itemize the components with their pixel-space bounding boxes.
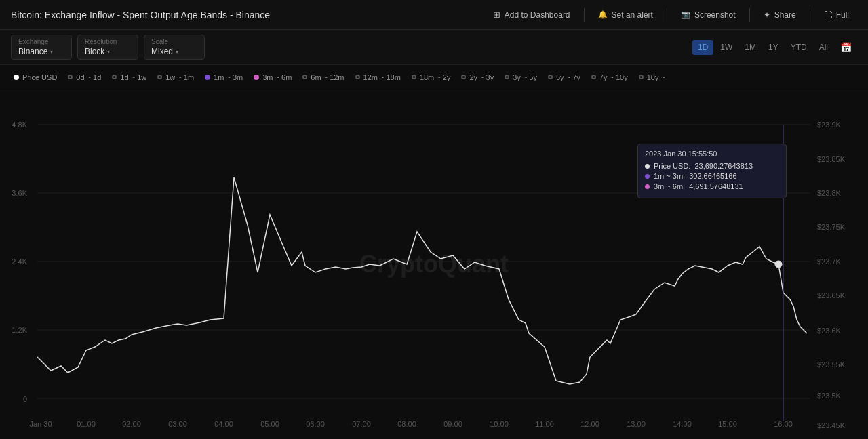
legend-item-1w-1m[interactable]: 1w ~ 1m (157, 73, 194, 81)
legend-label-1m-3m: 1m ~ 3m (214, 73, 243, 81)
full-label: Full (836, 10, 849, 20)
svg-text:2.4K: 2.4K (12, 257, 27, 266)
legend-dot-3y-5y (505, 75, 509, 79)
svg-text:Jan 30: Jan 30 (29, 420, 52, 428)
svg-text:15:00: 15:00 (718, 420, 737, 428)
svg-text:11:00: 11:00 (535, 420, 554, 428)
svg-text:4.8K: 4.8K (12, 121, 27, 129)
share-label: Share (774, 10, 796, 20)
legend-dot-6m-12m (302, 75, 307, 79)
legend-label-10y-plus: 10y ~ (647, 73, 665, 81)
resolution-chevron: ▾ (107, 49, 110, 55)
svg-text:$23.8K: $23.8K (817, 189, 842, 197)
legend-item-1d-1w[interactable]: 1d ~ 1w (112, 73, 146, 81)
resolution-control[interactable]: Resolution Block ▾ (77, 35, 138, 60)
calendar-button[interactable]: 📅 (835, 39, 857, 56)
legend-label-3y-5y: 3y ~ 5y (513, 73, 537, 81)
legend-item-6m-12m[interactable]: 6m ~ 12m (302, 73, 344, 81)
svg-text:02:00: 02:00 (122, 420, 141, 428)
legend-item-10y-plus[interactable]: 10y ~ (639, 73, 665, 81)
separator-1 (584, 8, 585, 22)
dashboard-icon: ⊞ (493, 9, 500, 20)
exchange-chevron: ▾ (50, 49, 53, 55)
exchange-value[interactable]: Binance ▾ (18, 47, 64, 56)
legend-label-7y-10y: 7y ~ 10y (599, 73, 628, 81)
header-actions: ⊞ Add to Dashboard 🔔 Set an alert 📷 Scre… (485, 5, 857, 24)
share-button[interactable]: ✦ Share (755, 6, 804, 24)
full-button[interactable]: ⛶ Full (816, 6, 857, 24)
svg-text:$23.6K: $23.6K (817, 327, 842, 335)
exchange-label: Exchange (18, 38, 64, 45)
add-dashboard-label: Add to Dashboard (505, 10, 570, 20)
svg-text:05:00: 05:00 (260, 420, 279, 428)
legend-dot-1m-3m (205, 75, 210, 80)
fullscreen-icon: ⛶ (824, 10, 832, 20)
legend-dot-1d-1w (112, 75, 117, 79)
svg-text:06:00: 06:00 (306, 420, 325, 428)
svg-text:12:00: 12:00 (580, 420, 599, 428)
chart-svg: .grid-line { stroke: #1e1e1e; stroke-wid… (0, 89, 868, 439)
chart-container: CryptoQuant .grid-line { stroke: #1e1e1e… (0, 89, 868, 439)
legend-label-2y-3y: 2y ~ 3y (469, 73, 494, 81)
svg-text:07:00: 07:00 (352, 420, 371, 428)
svg-text:$23.7K: $23.7K (817, 257, 842, 266)
legend-dot-0d-1d (68, 75, 73, 79)
camera-icon: 📷 (681, 10, 690, 19)
time-1w-button[interactable]: 1W (715, 40, 738, 55)
legend-item-3m-6m[interactable]: 3m ~ 6m (254, 73, 292, 81)
legend-dot-18m-2y (412, 75, 416, 79)
svg-text:$23.75K: $23.75K (817, 223, 846, 231)
time-1y-button[interactable]: 1Y (763, 40, 784, 55)
set-alert-button[interactable]: 🔔 Set an alert (590, 6, 661, 24)
scale-label: Scale (151, 38, 197, 45)
legend-label-6m-12m: 6m ~ 12m (311, 73, 344, 81)
legend-item-3y-5y[interactable]: 3y ~ 5y (505, 73, 537, 81)
svg-text:09:00: 09:00 (443, 420, 462, 428)
time-all-button[interactable]: All (814, 40, 833, 55)
svg-text:$23.5K: $23.5K (817, 392, 842, 400)
legend-item-7y-10y[interactable]: 7y ~ 10y (591, 73, 628, 81)
svg-text:$23.55K: $23.55K (817, 360, 846, 369)
legend-item-18m-2y[interactable]: 18m ~ 2y (412, 73, 451, 81)
legend-label-5y-7y: 5y ~ 7y (556, 73, 580, 81)
svg-text:01:00: 01:00 (77, 420, 96, 428)
svg-text:14:00: 14:00 (673, 420, 692, 428)
legend-row: Price USD0d ~ 1d1d ~ 1w1w ~ 1m1m ~ 3m3m … (0, 65, 868, 89)
resolution-label: Resolution (85, 38, 131, 45)
svg-text:$23.65K: $23.65K (817, 291, 846, 299)
svg-text:13:00: 13:00 (627, 420, 646, 428)
header: Bitcoin: Exchange Inflow - Spent Output … (0, 0, 868, 30)
resolution-selected: Block (85, 47, 104, 56)
scale-control[interactable]: Scale Mixed ▾ (144, 35, 205, 60)
legend-dot-2y-3y (461, 75, 466, 79)
legend-label-price-usd: Price USD (22, 73, 57, 81)
svg-text:1.2K: 1.2K (12, 326, 27, 334)
set-alert-label: Set an alert (612, 10, 653, 20)
legend-item-2y-3y[interactable]: 2y ~ 3y (461, 73, 494, 81)
legend-item-1m-3m[interactable]: 1m ~ 3m (205, 73, 243, 81)
screenshot-label: Screenshot (694, 10, 736, 20)
time-ytd-button[interactable]: YTD (785, 40, 812, 55)
legend-item-12m-18m[interactable]: 12m ~ 18m (355, 73, 401, 81)
legend-item-5y-7y[interactable]: 5y ~ 7y (548, 73, 580, 81)
screenshot-button[interactable]: 📷 Screenshot (673, 6, 744, 24)
time-1m-button[interactable]: 1M (739, 40, 762, 55)
add-dashboard-button[interactable]: ⊞ Add to Dashboard (485, 5, 578, 24)
legend-item-0d-1d[interactable]: 0d ~ 1d (68, 73, 101, 81)
scale-value[interactable]: Mixed ▾ (151, 47, 197, 56)
time-1d-button[interactable]: 1D (692, 40, 713, 55)
alert-icon: 🔔 (598, 10, 608, 19)
scale-chevron: ▾ (176, 49, 178, 55)
separator-2 (667, 8, 667, 22)
separator-4 (810, 8, 810, 22)
legend-item-price-usd[interactable]: Price USD (14, 73, 57, 81)
page-title: Bitcoin: Exchange Inflow - Spent Output … (11, 9, 270, 20)
exchange-control[interactable]: Exchange Binance ▾ (11, 35, 72, 60)
controls-right: 1D 1W 1M 1Y YTD All 📅 (692, 39, 857, 56)
resolution-value[interactable]: Block ▾ (85, 47, 131, 56)
legend-label-1w-1m: 1w ~ 1m (165, 73, 194, 81)
separator-3 (749, 8, 750, 22)
svg-text:$23.9K: $23.9K (817, 121, 842, 129)
svg-text:03:00: 03:00 (168, 420, 187, 428)
cursor-dot (775, 261, 782, 268)
